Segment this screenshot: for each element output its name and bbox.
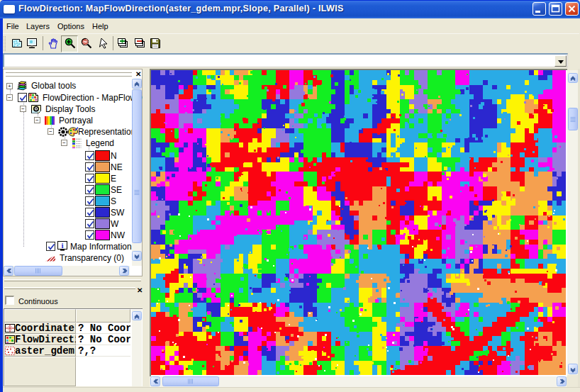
svg-text:i: i xyxy=(61,241,63,250)
